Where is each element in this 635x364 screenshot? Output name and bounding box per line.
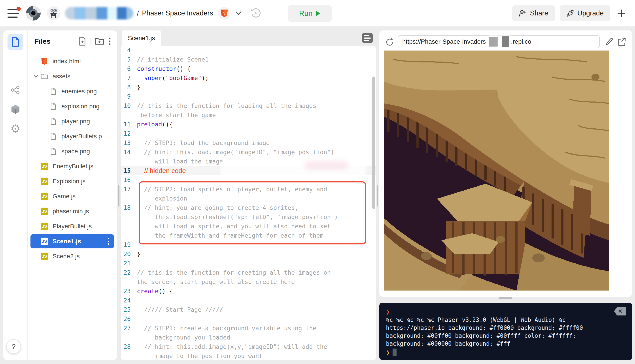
file-item-enemybullet-js[interactable]: JSEnemyBullet.js xyxy=(28,159,117,174)
code-row[interactable]: 10// this is the function for loading al… xyxy=(121,101,376,110)
html5-icon: 5 xyxy=(41,58,48,65)
code-row[interactable]: 27 // STEP1: create a background variabl… xyxy=(121,324,376,333)
file-item-playerbullet-js[interactable]: JSPlayerBullet.js xyxy=(28,219,117,234)
code-row[interactable]: 23create() { xyxy=(121,286,376,296)
file-label: Scene2.js xyxy=(53,253,80,260)
files-kebab-menu-icon[interactable] xyxy=(108,37,111,46)
file-item-space-png[interactable]: space.png xyxy=(28,144,117,159)
code-row[interactable]: 18 // hint: you are going to create 4 sp… xyxy=(121,203,376,212)
run-button[interactable]: Run xyxy=(288,5,332,22)
file-item-index-html[interactable]: 5index.html xyxy=(28,54,117,69)
file-item-player-png[interactable]: player.png xyxy=(28,114,117,129)
file-item-explosion-js[interactable]: JSExplosion.js xyxy=(28,174,117,189)
file-item-enemies-png[interactable]: enemies.png xyxy=(28,84,117,99)
code-row[interactable]: 4 xyxy=(121,46,376,55)
add-file-icon[interactable] xyxy=(78,36,87,46)
code-row[interactable]: 6constructor() { xyxy=(121,64,376,74)
code-row[interactable]: 28 // hint: this.add.image(x,y,"imageID"… xyxy=(121,342,376,352)
left-resize-handle[interactable] xyxy=(118,185,119,206)
edit-pencil-icon[interactable] xyxy=(605,37,613,46)
indent-guide xyxy=(137,148,137,157)
code-row[interactable]: explosion xyxy=(121,194,376,203)
line-number: 7 xyxy=(121,74,134,83)
indent-guide xyxy=(137,129,137,138)
code-row[interactable]: this.load.spritesheet("spriteID", "image… xyxy=(121,212,376,222)
tab-scene1[interactable]: Scene1.js xyxy=(122,30,161,46)
format-code-button[interactable] xyxy=(362,33,373,43)
file-icon xyxy=(50,102,57,110)
code-row[interactable]: 20} xyxy=(121,250,376,259)
url-bar[interactable]: https://Phaser-Space-Invaders .repl.co xyxy=(398,35,600,48)
project-menu-chevron-down-icon[interactable] xyxy=(235,11,242,16)
code-row[interactable]: will load a sprite, and you will also ne… xyxy=(121,222,376,231)
project-title[interactable]: Phaser Space Invaders xyxy=(142,9,213,17)
code-line: the screen, start page will also create … xyxy=(134,277,376,286)
file-label: player.png xyxy=(61,118,90,125)
code-row[interactable]: the frameWidth and frameHeight for each … xyxy=(121,231,376,240)
code-line: // hint: you are going to create 4 sprit… xyxy=(134,203,376,212)
code-editor[interactable]: 45// initialize Scene16constructor() {7 … xyxy=(121,46,376,360)
rail-files-tab[interactable] xyxy=(8,34,24,50)
code-row[interactable]: image to the position you want xyxy=(121,352,376,360)
code-row[interactable]: 13 // STEP1: load the background image xyxy=(121,138,376,148)
line-number: 22 xyxy=(121,268,134,277)
code-row[interactable]: 11preload(){ xyxy=(121,120,376,129)
file-icon xyxy=(50,118,57,125)
line-number: 23 xyxy=(121,286,134,296)
file-item-playerbullets-p-[interactable]: playerBullets.p... xyxy=(28,129,117,144)
game-canvas[interactable] xyxy=(384,50,609,290)
code-row[interactable]: 26 xyxy=(121,314,376,324)
editor-tab-strip: Scene1.js xyxy=(121,30,376,46)
file-item-explosion-png[interactable]: explosion.png xyxy=(28,99,117,114)
console-line: %c %c %c %c %c Phaser v3.23.0 (WebGL | W… xyxy=(386,316,625,324)
file-item-assets[interactable]: assets xyxy=(28,69,117,84)
console-resize-handle[interactable] xyxy=(499,298,512,299)
code-row[interactable]: 22// this is the function for creating a… xyxy=(121,268,376,277)
file-item-phaser-min-js[interactable]: JSphaser.min.js xyxy=(28,204,117,219)
code-row[interactable]: 25 ///// Start Page ///// xyxy=(121,305,376,314)
code-row[interactable]: 7 super("bootGame"); xyxy=(121,74,376,83)
share-button[interactable]: Share xyxy=(512,5,555,21)
add-folder-icon[interactable] xyxy=(95,37,104,46)
replit-logo[interactable] xyxy=(26,6,41,21)
hamburger-menu-icon[interactable] xyxy=(8,9,19,18)
file-item-game-js[interactable]: JSGame.js xyxy=(28,189,117,204)
code-row[interactable]: 24 xyxy=(121,296,376,305)
help-button[interactable]: ? xyxy=(7,339,21,354)
help-label: ? xyxy=(12,342,16,351)
console-panel[interactable]: ❯ %c %c %c %c %c Phaser v3.23.0 (WebGL |… xyxy=(379,303,632,360)
code-row[interactable]: background you loaded xyxy=(121,333,376,342)
code-row[interactable]: 5// initialize Scene1 xyxy=(121,55,376,64)
code-row[interactable]: 21 xyxy=(121,259,376,268)
refresh-icon[interactable] xyxy=(385,36,395,48)
file-kebab-menu-icon[interactable] xyxy=(108,238,109,245)
code-row[interactable]: 9 xyxy=(121,92,376,101)
rail-packages-tab[interactable] xyxy=(11,104,20,114)
file-item-scene2-js[interactable]: JSScene2.js xyxy=(28,249,117,264)
file-item-scene1-js[interactable]: JSScene1.js xyxy=(31,234,114,248)
file-label: Explosion.js xyxy=(53,178,86,185)
line-number: 8 xyxy=(121,83,134,92)
rail-version-control-tab[interactable] xyxy=(11,85,20,95)
code-line: the frameWidth and frameHeight for each … xyxy=(134,231,376,240)
editor-scrollbar[interactable] xyxy=(372,76,375,209)
open-in-new-tab-icon[interactable] xyxy=(617,37,626,46)
history-icon[interactable] xyxy=(250,8,261,19)
folder-expand-chevron[interactable] xyxy=(33,74,39,78)
code-row[interactable]: 12 xyxy=(121,129,376,138)
right-resize-handle[interactable] xyxy=(377,185,378,206)
code-row[interactable]: the screen, start page will also create … xyxy=(121,277,376,286)
code-row[interactable]: 19 xyxy=(121,240,376,250)
code-row[interactable]: 8} xyxy=(121,83,376,92)
rail-settings-tab[interactable]: ⚙ xyxy=(11,124,20,134)
file-icon xyxy=(50,148,57,155)
line-number: 9 xyxy=(121,92,134,101)
user-avatar[interactable] xyxy=(47,6,61,20)
files-panel: Files 5index.htmlassetsenemies.pngexplos… xyxy=(28,30,117,360)
code-row[interactable]: 14 // hint: this.load.image("imageID", "… xyxy=(121,148,376,157)
code-row[interactable]: before start the game xyxy=(121,110,376,120)
new-repl-plus-button[interactable] xyxy=(615,5,627,21)
hidden-code-note: // hidden code xyxy=(137,167,186,174)
upgrade-button[interactable]: Upgrade xyxy=(560,5,610,21)
code-row[interactable]: 17 // STEP2: load sprites of player, bul… xyxy=(121,185,376,194)
